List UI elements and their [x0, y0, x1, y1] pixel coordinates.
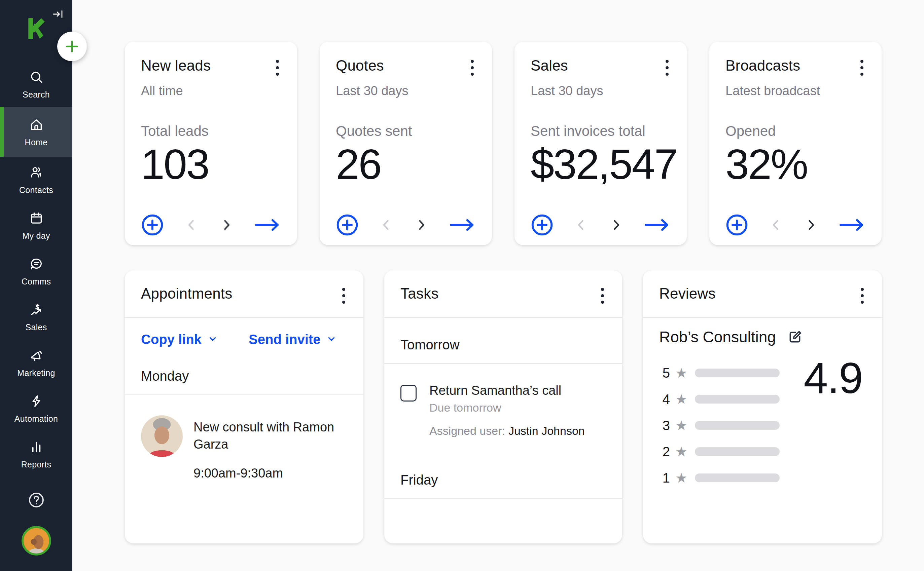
kpi-subtitle: Latest broadcast [725, 84, 865, 98]
kpi-metric-label: Opened [725, 123, 865, 139]
sidebar-item-marketing[interactable]: Marketing [0, 340, 73, 385]
star-icon [675, 366, 688, 380]
chevron-left-icon[interactable] [379, 218, 393, 232]
kebab-menu-icon[interactable] [469, 57, 476, 78]
add-fab-button[interactable] [57, 32, 87, 61]
rating-row: 2 [659, 444, 866, 459]
kpi-value: $32,547 [531, 140, 671, 188]
star-icon [675, 471, 688, 485]
sidebar-item-contacts[interactable]: Contacts [0, 157, 73, 202]
star-icon [675, 445, 688, 458]
appointment-item[interactable]: New consult with Ramon Garza 9:00am-9:30… [125, 415, 363, 480]
sidebar-item-my-day[interactable]: My day [0, 202, 73, 248]
kpi-footer [336, 213, 476, 236]
bar-chart-icon [29, 439, 44, 456]
divider [125, 317, 363, 318]
kpi-subtitle: Last 30 days [531, 84, 671, 98]
card-title: Reviews [659, 285, 716, 302]
lightning-icon [29, 394, 44, 410]
add-circle-icon[interactable] [336, 213, 359, 236]
task-checkbox[interactable] [400, 385, 417, 401]
sidebar: Search Home Contacts [0, 0, 73, 571]
star-icon [675, 419, 688, 432]
kebab-menu-icon[interactable] [859, 285, 866, 306]
kpi-card-broadcasts: Broadcasts Latest broadcast Opened 32% [709, 42, 882, 245]
kpi-metric-label: Quotes sent [336, 123, 476, 139]
collapse-sidebar-icon[interactable] [51, 8, 65, 22]
rating-bar [695, 395, 780, 404]
chevron-down-icon [326, 332, 337, 347]
arrow-right-icon[interactable] [839, 218, 865, 232]
sidebar-item-reports[interactable]: Reports [0, 431, 73, 477]
appointments-card: Appointments Copy link Send invite [125, 270, 363, 543]
rating-row: 1 [659, 471, 866, 485]
task-title: Return Samantha’s call [430, 383, 585, 398]
dashboard-content: New leads All time Total leads 103 [125, 42, 882, 543]
kpi-value: 103 [141, 140, 281, 188]
copy-link-button[interactable]: Copy link [141, 332, 218, 347]
card-title: New leads [141, 57, 211, 74]
sidebar-item-label: Marketing [17, 368, 55, 378]
appointment-actions: Copy link Send invite [125, 332, 363, 347]
arrow-right-icon[interactable] [254, 218, 281, 232]
kebab-menu-icon[interactable] [274, 57, 281, 78]
tasks-section-header: Friday [384, 472, 622, 488]
widgets-row: Appointments Copy link Send invite [125, 270, 882, 543]
chevron-left-icon[interactable] [184, 218, 199, 232]
appointment-title: New consult with Ramon Garza [193, 419, 335, 453]
sidebar-item-label: Search [23, 90, 50, 100]
megaphone-icon [29, 348, 44, 364]
keap-dashboard: Search Home Contacts [0, 0, 924, 571]
card-title: Tasks [400, 285, 439, 302]
chevron-right-icon[interactable] [804, 218, 818, 232]
chevron-left-icon[interactable] [574, 218, 588, 232]
star-icon [675, 392, 688, 406]
add-circle-icon[interactable] [725, 213, 748, 236]
kpi-subtitle: Last 30 days [336, 84, 476, 98]
card-title: Appointments [141, 285, 232, 302]
arrow-right-icon[interactable] [449, 218, 476, 232]
sidebar-item-label: Reports [21, 460, 51, 469]
kpi-row: New leads All time Total leads 103 [125, 42, 882, 245]
chevron-left-icon[interactable] [769, 218, 783, 232]
chevron-right-icon[interactable] [609, 218, 623, 232]
kebab-menu-icon[interactable] [340, 285, 347, 306]
sidebar-item-search[interactable]: Search [0, 61, 73, 107]
sidebar-item-sales[interactable]: Sales [0, 294, 73, 340]
chevron-right-icon[interactable] [414, 218, 428, 232]
rating-bar [695, 447, 780, 456]
add-circle-icon[interactable] [141, 213, 164, 236]
kpi-metric-label: Sent invoices total [531, 123, 671, 139]
add-circle-icon[interactable] [531, 213, 553, 236]
rating-bar [695, 474, 780, 482]
search-icon [29, 69, 44, 86]
kpi-subtitle: All time [141, 84, 281, 98]
business-name: Rob’s Consulting [659, 328, 776, 346]
kpi-metric-label: Total leads [141, 123, 281, 139]
appointment-time: 9:00am-9:30am [193, 466, 335, 480]
send-invite-button[interactable]: Send invite [249, 332, 337, 347]
sidebar-item-label: Automation [14, 414, 58, 424]
chevron-right-icon[interactable] [219, 218, 233, 232]
arrow-right-icon[interactable] [644, 218, 671, 232]
edit-icon[interactable] [787, 329, 803, 346]
help-icon[interactable] [27, 491, 46, 511]
sidebar-item-label: Home [25, 137, 48, 147]
user-avatar[interactable] [22, 526, 51, 556]
kpi-value: 26 [336, 140, 476, 188]
kpi-footer [725, 213, 865, 236]
calendar-icon [29, 210, 44, 227]
kebab-menu-icon[interactable] [858, 57, 865, 78]
sidebar-item-comms[interactable]: Comms [0, 248, 73, 294]
sidebar-item-automation[interactable]: Automation [0, 385, 73, 431]
sales-trend-icon [29, 302, 44, 319]
sidebar-item-home[interactable]: Home [0, 107, 73, 157]
task-due-date: Due tomorrow [430, 401, 585, 414]
kebab-menu-icon[interactable] [664, 57, 671, 78]
speech-bubble-icon [29, 256, 44, 273]
rating-row: 3 [659, 418, 866, 433]
sidebar-item-label: Comms [22, 277, 51, 287]
kebab-menu-icon[interactable] [599, 285, 606, 306]
divider [384, 498, 622, 499]
kpi-footer [531, 213, 671, 236]
